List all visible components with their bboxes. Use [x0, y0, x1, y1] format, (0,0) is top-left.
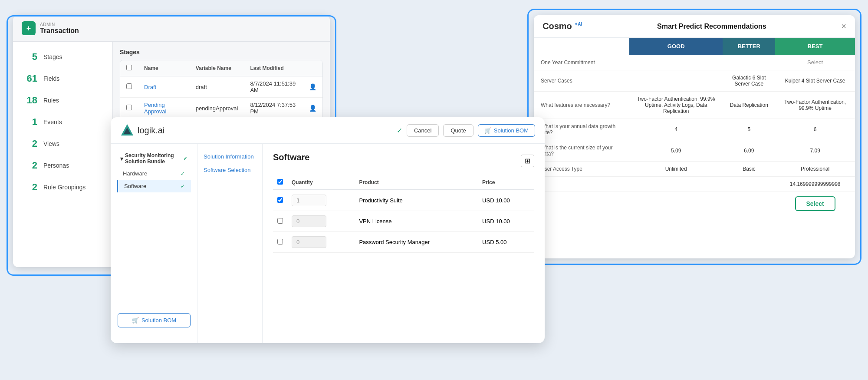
sidebar-label: Views	[43, 140, 59, 147]
admin-sidebar: 5 Stages 61 Fields 18 Rules 1 Events 2 V…	[13, 42, 113, 267]
logik-nav: ▾ Security Monitoring Solution Bundle ✓ …	[111, 144, 197, 343]
logik-content: Software ⊞ Quantity Product Price Produc…	[263, 144, 545, 343]
stage-variable: pendingApproval	[190, 98, 244, 119]
cosmo-best-cell: Professional	[775, 162, 855, 177]
row-checkbox[interactable]	[126, 83, 132, 89]
stage-link[interactable]: Draft	[144, 84, 156, 90]
sidebar-number: 2	[22, 138, 37, 149]
row-checkbox[interactable]	[126, 105, 132, 110]
cosmo-better-cell: Data Replication	[723, 92, 775, 119]
product-price: USD 10.00	[478, 190, 534, 211]
quantity-input[interactable]	[292, 195, 326, 206]
stage-variable: draft	[190, 76, 244, 98]
logik-header: logik.ai ✓ Cancel Quote 🛒 Solution BOM	[111, 117, 545, 144]
cosmo-row: User Access Type Unlimited Basic Profess…	[534, 162, 855, 177]
col-better: BETTER	[723, 38, 775, 55]
cosmo-better-cell: 6.09	[723, 140, 775, 162]
cosmo-better-select-cell	[723, 192, 775, 216]
grid-view-button[interactable]: ⊞	[521, 155, 534, 167]
col-quantity: Quantity	[287, 175, 355, 190]
cosmo-good-cell: Unlimited	[629, 162, 723, 177]
cosmo-better-cell: 5	[723, 119, 775, 140]
stage-modified: 8/7/2024 11:51:39 AM	[244, 76, 303, 98]
cancel-button[interactable]: Cancel	[407, 124, 439, 137]
subnav-software-selection[interactable]: Software Selection	[197, 163, 262, 177]
cosmo-best-cell: Two-Factor Authentication, 99.9% Uptime	[775, 92, 855, 119]
cosmo-table-wrapper: GOOD BETTER BEST One Year Committment Se…	[534, 38, 855, 256]
close-button[interactable]: ×	[841, 21, 846, 31]
quantity-input[interactable]	[292, 236, 326, 248]
cosmo-row: What is your annual data growth rate? 4 …	[534, 119, 855, 140]
best-select-text: Select	[807, 59, 823, 66]
logik-configurator-panel: logik.ai ✓ Cancel Quote 🛒 Solution BOM ▾…	[111, 117, 545, 343]
cosmo-row-label: Server Cases	[534, 70, 629, 92]
cosmo-row-label: One Year Committment	[534, 55, 629, 70]
dropdown-arrow-icon: ▾	[120, 155, 123, 162]
sidebar-item-rules[interactable]: 18 Rules	[13, 89, 112, 111]
sidebar-item-views[interactable]: 2 Views	[13, 133, 112, 155]
software-row: Password Security Manager USD 5.00	[273, 232, 534, 253]
software-row-checkbox[interactable]	[277, 218, 283, 224]
cart-icon-nav: 🛒	[132, 317, 139, 324]
quote-button[interactable]: Quote	[443, 124, 473, 137]
cosmo-row-label: What is your annual data growth rate?	[534, 119, 629, 140]
cosmo-good-cell: 4	[629, 119, 723, 140]
cosmo-good-cell: Two-Factor Authentication, 99.9% Uptime,…	[629, 92, 723, 119]
sidebar-item-events[interactable]: 1 Events	[13, 111, 112, 133]
cosmo-row: One Year Committment Select	[534, 55, 855, 70]
sidebar-item-rule-groupings[interactable]: 2 Rule Groupings	[13, 176, 112, 198]
cosmo-recommendations-table: GOOD BETTER BEST One Year Committment Se…	[534, 38, 855, 215]
col-price: Price	[478, 175, 534, 190]
cosmo-best-select-cell[interactable]: Select	[775, 192, 855, 216]
admin-header: + ADMIN Transaction	[13, 15, 330, 42]
stage-user-icon: 👤	[303, 76, 322, 98]
cosmo-row-label: User Access Type	[534, 162, 629, 177]
sidebar-label: Fields	[43, 75, 59, 82]
stage-modified: 8/12/2024 7:37:53 PM	[244, 98, 303, 119]
sidebar-label: Stages	[43, 53, 62, 60]
subnav-solution-info[interactable]: Solution Information	[197, 150, 262, 163]
logik-body: ▾ Security Monitoring Solution Bundle ✓ …	[111, 144, 545, 343]
sidebar-item-personas[interactable]: 2 Personas	[13, 155, 112, 176]
admin-label: ADMIN	[40, 22, 79, 27]
cosmo-better-cell	[723, 177, 775, 192]
product-name: VPN License	[355, 211, 478, 232]
sidebar-label: Rule Groupings	[43, 184, 85, 191]
stage-name: Pending Approval	[138, 98, 190, 119]
software-row-checkbox[interactable]	[277, 239, 283, 245]
select-all-checkbox[interactable]	[126, 65, 132, 70]
logik-logo: logik.ai	[120, 123, 164, 137]
admin-title-group: ADMIN Transaction	[40, 22, 79, 35]
sidebar-number: 1	[22, 116, 37, 128]
sidebar-item-stages[interactable]: 5 Stages	[13, 46, 112, 68]
sidebar-label: Rules	[43, 97, 59, 104]
nav-item-hardware[interactable]: Hardware ✓	[117, 167, 191, 180]
cosmo-panel-title: Smart Predict Recommendations	[657, 23, 766, 30]
cosmo-logo-text: Cosmo ✦AI	[542, 21, 582, 31]
cosmo-good-select-cell	[629, 192, 723, 216]
software-row-checkbox[interactable]	[277, 197, 283, 203]
check-icon: ✓	[397, 126, 402, 135]
product-price: USD 10.00	[478, 211, 534, 232]
cosmo-better-cell: Basic	[723, 162, 775, 177]
solution-bom-nav-button[interactable]: 🛒 Solution BOM	[118, 313, 191, 327]
sidebar-number: 61	[22, 73, 37, 84]
cosmo-row: What features are necessary? Two-Factor …	[534, 92, 855, 119]
col-variable: Variable Name	[190, 60, 244, 76]
nav-section: ▾ Security Monitoring Solution Bundle ✓ …	[111, 150, 197, 196]
stage-link[interactable]: Pending Approval	[144, 102, 166, 115]
stages-section-title: Stages	[120, 49, 323, 56]
best-select-button[interactable]: Select	[795, 196, 835, 211]
cart-icon: 🛒	[484, 127, 491, 134]
stage-user-icon: 👤	[303, 98, 322, 119]
cosmo-good-cell	[629, 55, 723, 70]
table-row: Pending Approval pendingApproval 8/12/20…	[120, 98, 322, 119]
quantity-input[interactable]	[292, 215, 326, 227]
sidebar-item-fields[interactable]: 61 Fields	[13, 68, 112, 89]
software-select-all[interactable]	[277, 179, 283, 185]
col-best: BEST	[775, 38, 855, 55]
solution-bom-header-button[interactable]: 🛒 Solution BOM	[478, 124, 535, 137]
col-name: Name	[138, 60, 190, 76]
cosmo-header: Cosmo ✦AI Smart Predict Recommendations …	[534, 15, 855, 38]
nav-item-software[interactable]: Software ✓	[117, 180, 191, 192]
